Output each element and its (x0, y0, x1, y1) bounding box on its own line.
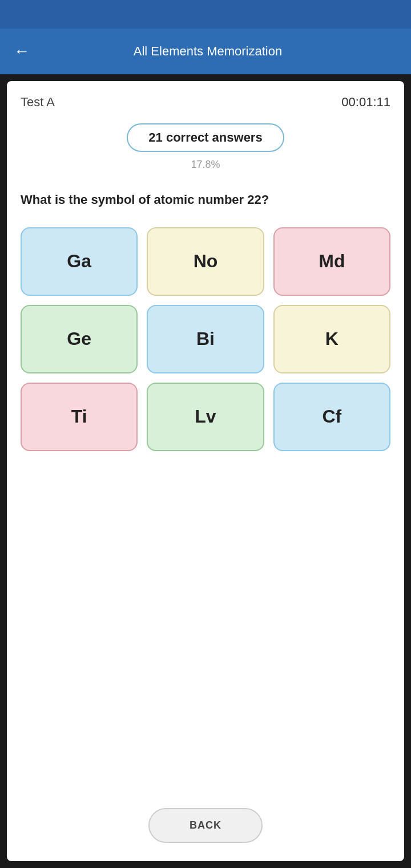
toolbar: ← All Elements Memorization (0, 29, 411, 74)
question-text: What is the symbol of atomic number 22? (21, 191, 390, 209)
answer-btn-ge[interactable]: Ge (21, 305, 138, 373)
test-label: Test A (21, 95, 55, 110)
answer-btn-ga[interactable]: Ga (21, 227, 138, 296)
main-card: Test A 00:01:11 21 correct answers 17.8%… (7, 81, 404, 861)
answer-btn-no[interactable]: No (147, 227, 264, 296)
answer-btn-md[interactable]: Md (273, 227, 390, 296)
answer-btn-k[interactable]: K (273, 305, 390, 373)
back-button[interactable]: BACK (148, 808, 263, 843)
back-icon[interactable]: ← (14, 43, 30, 59)
percentage: 17.8% (191, 159, 220, 171)
answer-btn-cf[interactable]: Cf (273, 383, 390, 451)
card-header: Test A 00:01:11 (21, 95, 390, 110)
answer-btn-lv[interactable]: Lv (147, 383, 264, 451)
answer-btn-bi[interactable]: Bi (147, 305, 264, 373)
answers-grid: GaNoMdGeBiKTiLvCf (21, 227, 390, 451)
status-bar (0, 0, 411, 29)
correct-answers-badge: 21 correct answers (127, 123, 284, 152)
answer-btn-ti[interactable]: Ti (21, 383, 138, 451)
toolbar-title: All Elements Memorization (41, 44, 374, 59)
timer: 00:01:11 (341, 95, 390, 110)
